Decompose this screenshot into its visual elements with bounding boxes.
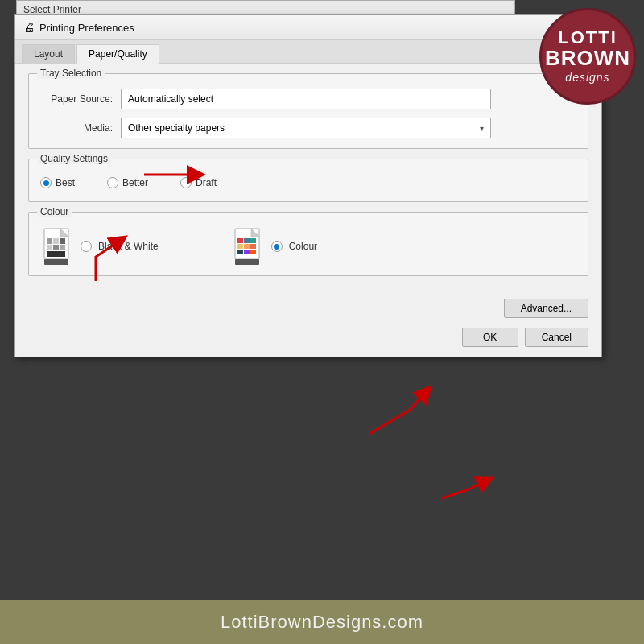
printer-icon: 🖨	[23, 21, 35, 34]
svg-rect-14	[44, 259, 68, 265]
svg-rect-26	[235, 259, 259, 265]
radio-draft-circle	[180, 177, 192, 188]
media-dropdown[interactable]: Other specialty papers ▾	[121, 118, 491, 138]
tabs-container: Layout Paper/Quality	[15, 40, 601, 64]
colour-radio-circle	[271, 241, 283, 252]
radio-draft[interactable]: Draft	[180, 177, 217, 188]
footer-text: LottiBrownDesigns.com	[221, 612, 423, 633]
dialog-title: Printing Preferences	[39, 22, 574, 34]
dialog-buttons: OK Cancel	[15, 321, 601, 357]
radio-better[interactable]: Better	[107, 177, 148, 188]
bw-radio-circle	[80, 241, 92, 252]
lotti-brown-logo: LOTTI BROWN designs	[539, 8, 636, 105]
logo-circle: LOTTI BROWN designs	[539, 8, 636, 105]
radio-best[interactable]: Best	[40, 177, 75, 188]
bottom-bar: LottiBrownDesigns.com	[0, 600, 644, 644]
svg-rect-25	[250, 250, 256, 254]
radio-best-label: Best	[56, 177, 75, 188]
media-value: Other specialty papers	[128, 122, 225, 134]
colour-group-label: Colour	[37, 206, 72, 217]
colour-group: Colour	[28, 212, 588, 276]
svg-rect-12	[60, 245, 65, 250]
paper-source-value: Automatically select	[121, 89, 491, 109]
colour-option[interactable]: Colour	[231, 227, 317, 266]
radio-better-circle	[107, 177, 118, 188]
ok-button[interactable]: OK	[462, 328, 518, 347]
logo-lotti: LOTTI	[558, 29, 617, 47]
svg-rect-8	[53, 238, 59, 244]
tab-layout[interactable]: Layout	[22, 44, 75, 64]
svg-rect-20	[237, 244, 243, 249]
svg-rect-7	[47, 238, 52, 244]
cancel-button[interactable]: Cancel	[525, 328, 588, 347]
radio-draft-label: Draft	[196, 177, 217, 188]
bw-label: Black & White	[98, 241, 159, 252]
logo-brown: BROWN	[545, 47, 630, 70]
media-label: Media:	[40, 122, 113, 134]
logo-designs: designs	[565, 71, 609, 84]
svg-rect-17	[237, 238, 243, 243]
colour-options-container: Black & White	[40, 227, 576, 266]
paper-source-label: Paper Source:	[40, 93, 113, 105]
bw-icon	[40, 227, 74, 266]
svg-rect-11	[53, 245, 59, 250]
media-chevron-icon: ▾	[480, 124, 484, 133]
quality-radio-group: Best Better Draft	[40, 174, 576, 192]
svg-rect-23	[237, 250, 243, 254]
tray-selection-group: Tray Selection Paper Source: Automatical…	[28, 73, 588, 149]
printing-preferences-dialog: 🖨 Printing Preferences ✕ Layout Paper/Qu…	[14, 14, 602, 357]
radio-best-circle	[40, 177, 52, 188]
svg-rect-10	[47, 245, 52, 250]
svg-rect-21	[244, 244, 250, 249]
svg-rect-9	[60, 238, 65, 244]
tab-paper-quality[interactable]: Paper/Quality	[76, 44, 159, 64]
colour-icon	[231, 227, 265, 266]
media-row: Media: Other specialty papers ▾	[40, 118, 576, 138]
colour-label: Colour	[289, 241, 317, 252]
svg-rect-18	[244, 238, 250, 243]
svg-rect-22	[250, 244, 256, 249]
select-printer-title: Select Printer	[23, 4, 81, 15]
quality-settings-group: Quality Settings Best Better Draft	[28, 159, 588, 202]
dialog-titlebar: 🖨 Printing Preferences ✕	[15, 15, 601, 40]
paper-source-row: Paper Source: Automatically select	[40, 89, 576, 109]
quality-settings-label: Quality Settings	[37, 153, 111, 164]
bw-option[interactable]: Black & White	[40, 227, 159, 266]
tray-selection-label: Tray Selection	[37, 68, 105, 79]
dialog-content: Tray Selection Paper Source: Automatical…	[15, 64, 601, 295]
svg-rect-13	[47, 251, 65, 257]
svg-rect-19	[250, 238, 256, 243]
svg-rect-24	[244, 250, 250, 254]
advanced-button[interactable]: Advanced...	[504, 299, 588, 318]
radio-better-label: Better	[122, 177, 148, 188]
